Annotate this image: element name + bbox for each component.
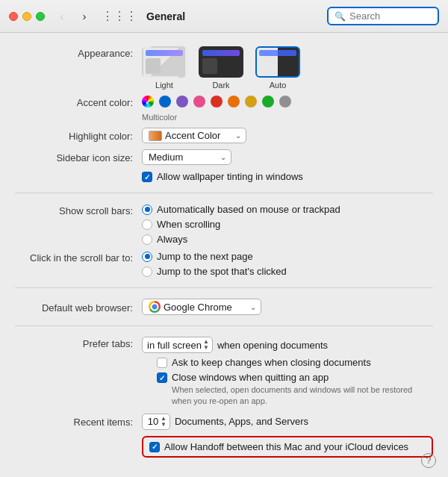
titlebar: ‹ › ⋮⋮⋮ General 🔍 [0, 0, 448, 33]
show-scroll-bars-content: Automatically based on mouse or trackpad… [142, 204, 433, 245]
handoff-checkbox[interactable] [149, 442, 160, 452]
dark-thumb[interactable] [199, 46, 243, 78]
default-browser-label: Default web browser: [15, 301, 142, 314]
wallpaper-tinting-checkbox-row: Allow wallpaper tinting in windows [142, 171, 433, 182]
accent-color-label: Accent color: [15, 96, 142, 108]
auto-thumb[interactable] [255, 46, 300, 78]
sidebar-icon-size-value: Medium [149, 152, 217, 163]
click-spot-radio[interactable] [142, 266, 152, 277]
dark-label: Dark [212, 81, 229, 90]
maximize-button[interactable] [36, 12, 45, 21]
appearance-options: Light Dark Auto [142, 46, 433, 90]
appearance-row: Appearance: Light Dark Auto [15, 46, 433, 90]
handoff-highlighted-row: Allow Handoff between this Mac and your … [142, 436, 433, 458]
wallpaper-tinting-content: Allow wallpaper tinting in windows [142, 171, 433, 182]
close-windows-row: Close windows when quitting an app When … [157, 372, 433, 408]
show-scroll-bars-row: Show scroll bars: Automatically based on… [15, 204, 433, 245]
prefer-tabs-dropdown[interactable]: in full screen ▲ ▼ [142, 337, 213, 353]
accent-yellow[interactable] [245, 96, 257, 107]
scroll-always-label: Always [157, 234, 187, 245]
accent-graphite[interactable] [279, 96, 291, 107]
click-next-page-radio[interactable] [142, 252, 152, 262]
forward-button[interactable]: › [76, 8, 93, 25]
traffic-lights [9, 12, 45, 21]
highlight-color-dropdown[interactable]: Accent Color ⌄ [142, 128, 246, 143]
sidebar-icon-size-label: Sidebar icon size: [15, 151, 142, 163]
light-thumb[interactable] [142, 46, 187, 78]
scroll-always-row: Always [142, 234, 433, 245]
content: Appearance: Light Dark Auto Accent color… [0, 33, 448, 477]
appearance-auto[interactable]: Auto [255, 46, 300, 90]
scroll-auto-radio[interactable] [142, 205, 152, 215]
close-windows-content: Close windows when quitting an app When … [172, 372, 426, 408]
scroll-always-radio[interactable] [142, 234, 152, 245]
appearance-light[interactable]: Light [142, 46, 187, 90]
recent-items-stepper[interactable]: 10 ▲ ▼ [142, 414, 170, 430]
auto-label: Auto [270, 81, 287, 90]
sidebar-icon-size-dropdown[interactable]: Medium ⌄ [142, 149, 231, 165]
accent-purple[interactable] [176, 96, 188, 107]
browser-dropdown-arrow-icon: ⌄ [250, 303, 256, 311]
highlight-dropdown-arrow-icon: ⌄ [235, 131, 241, 140]
back-button[interactable]: ‹ [54, 8, 70, 25]
scroll-auto-label: Automatically based on mouse or trackpad [157, 204, 340, 215]
close-windows-checkbox[interactable] [157, 372, 167, 383]
accent-pink[interactable] [193, 96, 205, 107]
handoff-label: Allow Handoff between this Mac and your … [164, 441, 408, 452]
close-windows-label: Close windows when quitting an app [172, 372, 426, 383]
highlight-color-swatch [149, 131, 162, 141]
appearance-dark[interactable]: Dark [199, 46, 243, 90]
wallpaper-tinting-checkbox[interactable] [142, 172, 152, 182]
accent-blue[interactable] [159, 96, 171, 107]
scroll-scrolling-radio[interactable] [142, 219, 152, 230]
minimize-button[interactable] [22, 12, 31, 21]
accent-colors [142, 96, 433, 107]
highlight-color-row: Highlight color: Accent Color ⌄ [15, 128, 433, 143]
ask-keep-changes-row: Ask to keep changes when closing documen… [157, 357, 433, 368]
click-next-page-label: Jump to the next page [157, 251, 253, 262]
handoff-spacer [15, 436, 142, 437]
click-next-page-row: Jump to the next page [142, 251, 433, 262]
default-browser-value: Google Chrome [164, 302, 247, 313]
accent-color-row: Accent color: Multicolor [15, 96, 433, 122]
recent-items-label: Recent items: [15, 415, 142, 428]
search-icon: 🔍 [335, 11, 346, 22]
close-windows-subtext: When selected, open documents and window… [172, 384, 426, 408]
recent-items-row: Recent items: 10 ▲ ▼ Documents, Apps, an… [15, 414, 433, 430]
ask-keep-changes-checkbox[interactable] [157, 358, 167, 368]
highlight-color-label: Highlight color: [15, 129, 142, 142]
recent-items-content: 10 ▲ ▼ Documents, Apps, and Servers [142, 414, 433, 430]
accent-red[interactable] [211, 96, 223, 107]
wallpaper-tinting-row: Allow wallpaper tinting in windows [15, 171, 433, 182]
prefer-tabs-arrows-icon: ▲ ▼ [203, 339, 209, 351]
search-input[interactable] [349, 10, 432, 22]
help-button[interactable]: ? [421, 453, 436, 468]
scroll-auto-row: Automatically based on mouse or trackpad [142, 204, 433, 215]
show-scroll-bars-label: Show scroll bars: [15, 204, 142, 216]
grid-icon[interactable]: ⋮⋮⋮ [102, 9, 137, 23]
prefer-tabs-after: when opening documents [217, 340, 328, 351]
sidebar-size-dropdown-arrow-icon: ⌄ [220, 153, 226, 161]
prefer-tabs-content: in full screen ▲ ▼ when opening document… [142, 337, 433, 408]
prefer-tabs-label: Prefer tabs: [15, 337, 142, 349]
prefer-tabs-row: Prefer tabs: in full screen ▲ ▼ when ope… [15, 337, 433, 408]
click-scroll-bar-content: Jump to the next page Jump to the spot t… [142, 251, 433, 277]
click-scroll-bar-row: Click in the scroll bar to: Jump to the … [15, 251, 433, 277]
click-spot-row: Jump to the spot that's clicked [142, 266, 433, 277]
close-button[interactable] [9, 12, 18, 21]
highlight-color-dropdown-row: Accent Color ⌄ [142, 128, 433, 143]
click-spot-label: Jump to the spot that's clicked [157, 266, 287, 277]
sidebar-icon-size-row: Sidebar icon size: Medium ⌄ [15, 149, 433, 165]
default-browser-dropdown[interactable]: Google Chrome ⌄ [142, 299, 261, 315]
default-browser-content: Google Chrome ⌄ [142, 299, 433, 315]
recent-items-value: 10 [147, 416, 159, 427]
default-browser-row: Default web browser: Google Chrome ⌄ [15, 299, 433, 315]
appearance-label: Appearance: [15, 46, 142, 59]
accent-green[interactable] [262, 96, 274, 107]
accent-multicolor[interactable] [142, 96, 154, 107]
search-box[interactable]: 🔍 [327, 7, 439, 25]
ask-keep-changes-label: Ask to keep changes when closing documen… [172, 357, 371, 368]
recent-items-dropdown-row: 10 ▲ ▼ Documents, Apps, and Servers [142, 414, 433, 430]
accent-orange[interactable] [228, 96, 240, 107]
default-browser-dropdown-row: Google Chrome ⌄ [142, 299, 433, 315]
